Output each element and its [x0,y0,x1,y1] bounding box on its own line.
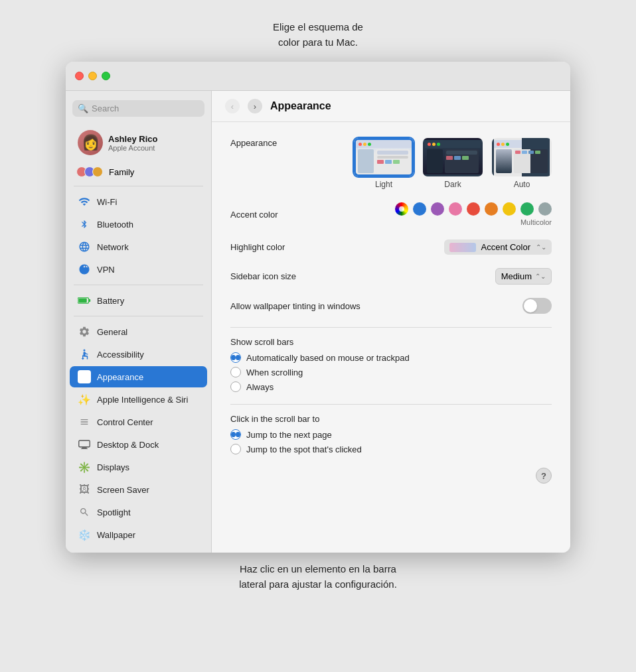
family-label: Family [109,167,134,177]
radio-always[interactable]: Always [230,381,552,392]
spotlight-icon [78,505,91,519]
radio-scrolling[interactable]: When scrolling [230,367,552,377]
radio-spot-clicked-dot [230,444,241,454]
sidebar-icon-size-select[interactable]: Medium ⌃⌄ [495,268,552,285]
color-circles [395,202,552,216]
theme-auto-preview [492,138,552,176]
vpn-label: VPN [97,265,115,275]
sidebar-item-siri[interactable]: ✨ Apple Intelligence & Siri [70,389,207,410]
wifi-icon [78,195,91,208]
show-scroll-bars-section: Show scroll bars Automatically based on … [230,337,552,392]
color-yellow[interactable] [503,202,516,216]
wifi-label: Wi-Fi [97,197,117,207]
color-blue[interactable] [413,202,426,216]
color-orange[interactable] [485,202,498,216]
svg-rect-5 [82,448,87,449]
battery-icon [78,294,91,307]
sidebar-icon-size-row: Sidebar icon size Medium ⌃⌄ [230,268,552,285]
sidebar-item-battery[interactable]: Battery [70,290,207,311]
radio-spot-clicked-label: Jump to the spot that's clicked [246,444,362,454]
sidebar-item-network[interactable]: Network [70,236,207,257]
sidebar: 🔍 👩 Ashley Rico Apple Account [66,91,212,553]
highlight-dropdown-arrow: ⌃⌄ [536,243,546,251]
radio-next-page-dot [230,429,241,440]
theme-dark[interactable]: Dark [423,138,483,189]
sidebar-item-general[interactable]: General [70,321,207,342]
radio-auto-dot [230,352,241,363]
highlight-color-controls: Accent Color ⌃⌄ [323,239,552,255]
color-multicolor[interactable] [395,202,408,216]
sidebar-item-wifi[interactable]: Wi-Fi [70,191,207,212]
color-graphite[interactable] [538,202,552,216]
radio-auto[interactable]: Automatically based on mouse or trackpad [230,352,552,363]
avatar: 👩 [78,130,103,155]
main-header: ‹ › Appearance [212,91,570,122]
accessibility-icon [78,348,91,361]
theme-dark-label: Dark [444,180,461,189]
theme-auto[interactable]: Auto [492,138,552,189]
forward-button[interactable]: › [248,99,262,113]
show-scroll-bars-label: Show scroll bars [230,337,552,347]
color-red[interactable] [467,202,480,216]
color-pink[interactable] [449,202,462,216]
sidebar-item-displays[interactable]: ✳️ Displays [70,456,207,478]
control-label: Control Center [97,417,153,427]
sidebar-item-bluetooth[interactable]: Bluetooth [70,214,207,235]
svg-rect-1 [89,299,91,302]
vpn-icon [78,263,91,276]
sidebar-divider-2 [74,285,203,285]
search-input[interactable] [92,103,199,113]
sidebar-item-screensaver[interactable]: 🖼 Screen Saver [70,479,207,500]
svg-rect-2 [78,299,87,302]
sidebar-item-control[interactable]: Control Center [70,411,207,433]
traffic-lights [75,72,110,80]
spotlight-label: Spotlight [97,507,131,517]
wallpaper-tinting-label: Allow wallpaper tinting in windows [230,301,360,311]
displays-label: Displays [97,462,129,472]
user-subtitle: Apple Account [108,144,157,152]
user-profile[interactable]: 👩 Ashley Rico Apple Account [70,125,207,161]
siri-label: Apple Intelligence & Siri [97,395,188,405]
sidebar-item-accessibility[interactable]: Accessibility [70,344,207,365]
back-button[interactable]: ‹ [225,99,240,113]
highlight-color-select[interactable]: Accent Color ⌃⌄ [444,239,552,255]
main-body: Appearance [212,122,570,553]
network-label: Network [97,242,129,252]
minimize-button[interactable] [88,72,97,80]
displays-icon: ✳️ [78,460,91,474]
radio-always-label: Always [246,382,274,392]
battery-label: Battery [97,296,124,306]
accent-color-controls: Multicolor [323,202,552,226]
close-button[interactable] [75,72,84,80]
sidebar-item-desktop[interactable]: Desktop & Dock [70,434,207,455]
color-purple[interactable] [431,202,444,216]
radio-next-page[interactable]: Jump to the next page [230,429,552,440]
help-section: ? [230,468,552,484]
tooltip-top: Elige el esquema de color para tu Mac. [273,20,363,50]
sidebar-item-appearance[interactable]: Appearance [70,366,207,387]
color-green[interactable] [520,202,534,216]
appearance-icon [78,370,91,383]
help-button[interactable]: ? [536,468,552,484]
wallpaper-tinting-toggle[interactable] [522,298,552,314]
svg-rect-6 [81,448,88,449]
accent-color-row: Accent color [230,202,552,226]
svg-rect-4 [79,440,90,447]
search-bar[interactable]: 🔍 [72,100,204,117]
sidebar-item-family[interactable]: Family [70,163,207,181]
sidebar-item-wallpaper[interactable]: ❄️ Wallpaper [70,524,207,545]
sidebar-divider-1 [74,186,203,186]
family-avatars [76,167,103,177]
maximize-button[interactable] [102,72,110,80]
theme-light[interactable]: Light [354,138,414,189]
sidebar-item-spotlight[interactable]: Spotlight [70,502,207,523]
bluetooth-label: Bluetooth [97,220,133,230]
sidebar-item-vpn[interactable]: VPN [70,259,207,280]
highlight-color-row: Highlight color Accent Color ⌃⌄ [230,239,552,255]
radio-spot-clicked[interactable]: Jump to the spot that's clicked [230,444,552,454]
highlight-color-label: Highlight color [230,242,323,252]
sidebar-icon-size-label: Sidebar icon size [230,271,323,281]
highlight-preview [449,243,476,252]
page-title: Appearance [270,100,331,112]
wallpaper-tinting-row: Allow wallpaper tinting in windows [230,298,552,314]
